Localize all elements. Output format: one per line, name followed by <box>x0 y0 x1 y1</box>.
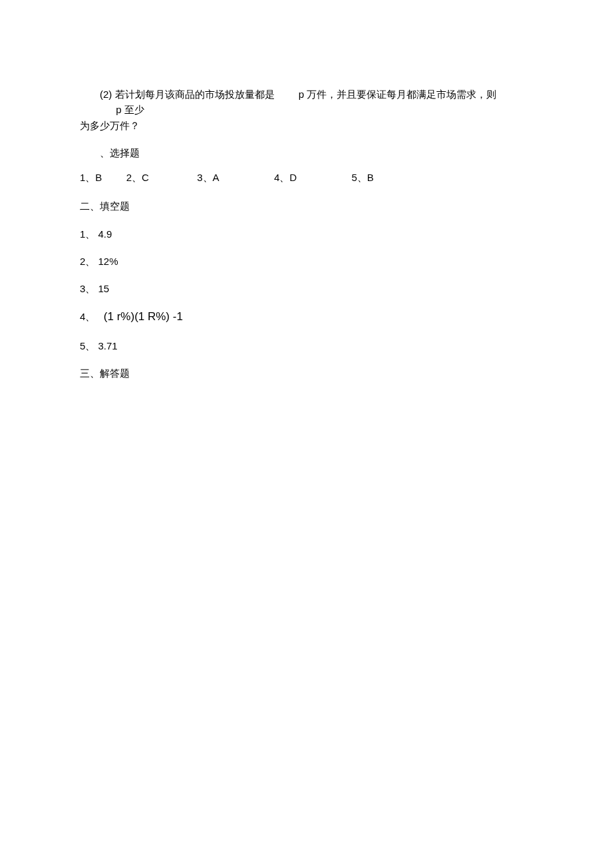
mc-answer-row: 1、B 2、C 3、A 4、D 5、B <box>80 170 532 185</box>
mc-answer: 3、A <box>197 170 219 185</box>
question-text: 万件，并且要保证每月都满足市场需求，则 <box>307 89 496 100</box>
section-header-solve: 三、解答题 <box>80 365 532 381</box>
fill-answer: 5、 3.71 <box>80 338 532 353</box>
section-header-fill: 二、填空题 <box>80 198 532 214</box>
question-label: (2) <box>100 89 112 100</box>
question-text: 为多少万件？ <box>80 120 140 131</box>
question-2-line2: 为多少万件？ <box>80 118 532 133</box>
question-2-line1: (2) 若计划每月该商品的市场投放量都是 p 万件，并且要保证每月都满足市场需求… <box>80 87 532 118</box>
fill-answer: 2、 12% <box>80 254 532 269</box>
mc-answer: 5、B <box>351 170 373 185</box>
fill-answer: 4、 (1 r%)(1 R%) -1 <box>80 308 532 326</box>
variable-p: p <box>116 104 121 115</box>
variable-p: p <box>299 89 304 100</box>
mc-answer: 1、B <box>80 170 102 185</box>
fill-answer: 1、 4.9 <box>80 226 532 242</box>
fill-answer: 3、 15 <box>80 281 532 296</box>
document-page: (2) 若计划每月该商品的市场投放量都是 p 万件，并且要保证每月都满足市场需求… <box>0 0 612 381</box>
mc-answer: 2、C <box>126 170 149 185</box>
question-text: 若计划每月该商品的市场投放量都是 <box>115 89 275 100</box>
section-header-mc: 、选择题 <box>80 145 532 160</box>
mc-answer: 4、D <box>274 170 297 185</box>
question-text: 至少 <box>124 104 144 115</box>
